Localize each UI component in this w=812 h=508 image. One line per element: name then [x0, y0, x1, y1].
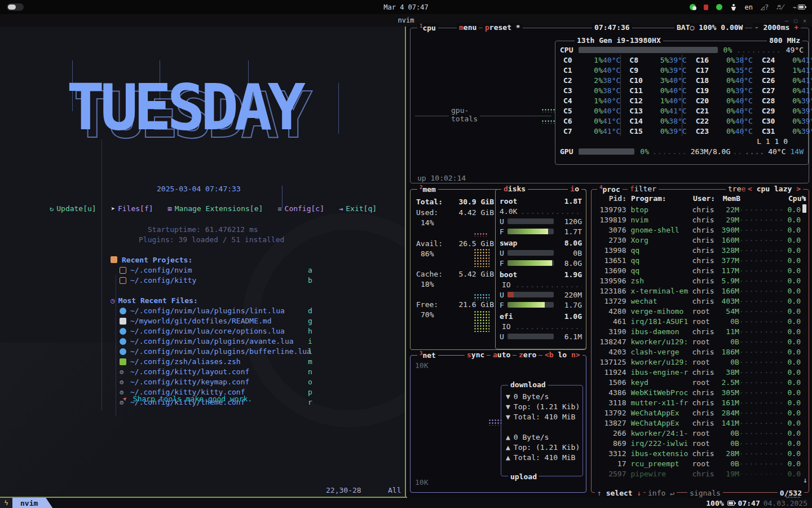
distro-menu-icon[interactable] [7, 3, 24, 11]
process-name: irq/181-ASUF1 [631, 317, 692, 326]
scroll-down-arrow[interactable]: ↓ [803, 476, 807, 484]
recent-file-link[interactable]: ~/.config/nvim/lua/plugins/avante.lua i [120, 337, 294, 345]
proc-scrollbar[interactable] [802, 204, 806, 213]
tab-nvim[interactable]: nvim [12, 498, 52, 508]
project-link[interactable]: ~/.config/kitty b [120, 276, 196, 284]
process-cpu: 0.0 [784, 256, 801, 265]
net-interface-switcher[interactable]: <b lo n> [542, 351, 582, 359]
recent-file-link[interactable]: ⚙ ~/.config/kitty/layout.conf n [120, 367, 249, 376]
proc-table-header[interactable]: Pid: Program: User: MemB Cpu% [595, 194, 805, 203]
process-row[interactable]: 4386 WebKitWebProc chris 305M 0.0 [595, 387, 801, 397]
disks-io-toggle[interactable]: io [568, 185, 581, 193]
process-row[interactable]: 139596 zsh chris 5.9M 0.0 [595, 275, 801, 286]
process-row[interactable]: 3190 ibus-daemon chris 11M 0.0 [595, 326, 801, 336]
footer-quote: Sharp tools make good work. [133, 395, 252, 403]
cpu-gpu-graph-divider[interactable]: total ▲▼ gpu-totals [415, 116, 551, 116]
gpu-meter [579, 148, 634, 155]
process-row[interactable]: 137125 kworker/u129: root 0B 0.0 [595, 357, 801, 367]
process-mem: 38M [718, 368, 739, 376]
process-row[interactable]: 123186 x-terminal-em chris 166M 0.0 [595, 286, 801, 296]
status-tray-icon[interactable] [716, 4, 722, 10]
process-row[interactable]: 3118 mutter-x11-fr chris 161M 0.0 [595, 397, 801, 408]
net-panel-title[interactable]: 3net [417, 351, 438, 360]
window-split-separator[interactable] [405, 27, 406, 498]
network-icon[interactable]: ◿? [761, 3, 769, 11]
core-percent: 0% [783, 117, 801, 125]
recent-file-link[interactable]: ~/.config/nvim/lua/core/options.lua h [120, 327, 285, 335]
process-row[interactable]: 266 kworker/24:1- root 0B 0.0 [595, 428, 801, 438]
cpu-panel-title[interactable]: 1cpu [417, 23, 438, 32]
process-row[interactable]: 3076 gnome-shell chris 390M 0.0 [595, 225, 801, 235]
core-name: C11 [629, 86, 651, 95]
process-row[interactable]: 2730 Xorg chris 160M 0.0 [595, 235, 801, 245]
dashboard-menu-item[interactable]: ↻ Update[u] [50, 204, 96, 213]
battery-icon[interactable]: ⌁ [793, 3, 805, 11]
recent-file-link[interactable]: ~/.config/nvim/lua/plugins/lint.lua d [120, 306, 285, 315]
process-row[interactable]: 1506 keyd root 2.5M 0.0 [595, 377, 801, 387]
project-link[interactable]: ~/.config/nvim a [120, 266, 192, 274]
process-row[interactable]: 17 rcu_preempt root 0B 0.0 [595, 458, 801, 468]
close-button[interactable]: ✕ [803, 17, 806, 24]
dashboard-menu-item[interactable]: ≡ Config[c] [277, 204, 324, 213]
process-row[interactable]: 13827 WeChatAppEx chris 141M 0.0 [595, 418, 801, 428]
process-mem: 0B [718, 317, 739, 326]
process-row[interactable]: 138247 kworker/u129: root 0B 0.0 [595, 336, 801, 347]
process-row[interactable]: 13792 WeChatAppEx chris 284M 0.0 [595, 408, 801, 418]
clash-tray-icon[interactable] [690, 4, 696, 10]
process-row[interactable]: 869 irq/222-iwlwi root 0B 0.0 [595, 438, 801, 448]
process-pid: 139819 [595, 216, 626, 224]
process-row[interactable]: 13690 qq chris 117M 0.0 [595, 265, 801, 275]
process-mem-graph [739, 327, 784, 336]
proc-tree-toggle[interactable]: tree [726, 185, 748, 193]
recent-file-link[interactable]: ⚙ ~/.config/kitty/keymap.conf o [120, 378, 249, 386]
maximize-button[interactable]: ▢ [794, 17, 797, 24]
recent-file-link[interactable]: ~/.config/zsh/aliases.zsh m [120, 357, 241, 366]
proc-sort-selector[interactable]: < cpu lazy > [745, 185, 803, 193]
recent-file-link[interactable]: ~/.config/nvim/lua/plugins/bufferline.lu… [120, 347, 311, 356]
process-row[interactable]: 461 irq/181-ASUF1 root 0B 0.0 [595, 316, 801, 326]
disks-title[interactable]: disks [501, 185, 528, 193]
process-mem: 403M [718, 297, 739, 305]
update-interval-control[interactable]: - 2000ms + [752, 23, 801, 32]
recent-file-link[interactable]: ~/myworld/git/dotfiles/README.md g [120, 317, 271, 325]
proc-filter-button[interactable]: filter [628, 185, 659, 193]
proc-info-button[interactable]: info ↵ [646, 489, 677, 497]
process-row[interactable]: 13729 wechat chris 403M 0.0 [595, 296, 801, 306]
mem-panel-title[interactable]: 2mem [417, 185, 438, 194]
project-path: ~/.config/nvim [130, 266, 192, 274]
process-row[interactable]: 139793 btop chris 22M 0.0 [595, 204, 801, 214]
proc-panel-title[interactable]: 4proc [597, 185, 623, 194]
btop-menu-button[interactable]: menu [457, 23, 479, 32]
net-auto-toggle[interactable]: auto [491, 351, 513, 359]
proc-select-control[interactable]: ↑ select ↓ [595, 489, 643, 497]
cpu-core-cell: C0 1% 40°C [559, 55, 625, 65]
notification-tray-icon[interactable] [704, 5, 708, 10]
dashboard-menu-item[interactable]: ➤ Files[f] [111, 204, 153, 213]
process-row[interactable]: 4203 clash-verge chris 186M 0.0 [595, 347, 801, 357]
keyboard-layout-indicator[interactable]: en [744, 3, 752, 11]
process-row[interactable]: 3312 ibus-extensio chris 28M 0.0 [595, 448, 801, 458]
process-row[interactable]: 4280 verge-mihomo root 54M 0.0 [595, 306, 801, 316]
net-sync-toggle[interactable]: sync [465, 351, 487, 359]
process-row[interactable]: 139819 nvim chris 29M 0.0 [595, 214, 801, 225]
menu-item-icon: ⊞ [168, 205, 172, 213]
volume-muted-icon[interactable]: ♬̸ [776, 3, 784, 11]
file-shortcut-key: i [308, 337, 312, 345]
proc-signals-button[interactable]: signals [687, 489, 723, 497]
process-mem: 2.5M [718, 378, 739, 387]
cpu-core-cell: C13 0% 41°C [625, 106, 691, 116]
dashboard-menu-item[interactable]: ⇥ Exit[q] [339, 204, 377, 213]
accessibility-icon[interactable] [730, 4, 736, 11]
cpu-core-cell: C11 0% 40°C [625, 85, 691, 95]
process-row[interactable]: 13998 qq chris 328M 0.0 [595, 245, 801, 255]
btop-preset-button[interactable]: preset * [483, 23, 523, 32]
process-row[interactable]: 11924 ibus-engine-r chris 38M 0.0 [595, 367, 801, 377]
dashboard-menu-item[interactable]: ⊞ Manage Extensions[e] [168, 204, 263, 213]
process-row[interactable]: 2597 pipewire chris 19M 0.0 [595, 468, 801, 479]
sort-direction-arrow[interactable]: ↑ [802, 194, 807, 203]
core-name: C1 [563, 66, 585, 75]
core-name: C16 [696, 56, 717, 64]
minimize-button[interactable]: – [785, 17, 788, 24]
process-row[interactable]: 13651 qq chris 377M 0.0 [595, 255, 801, 265]
net-zero-toggle[interactable]: zero [517, 351, 539, 359]
